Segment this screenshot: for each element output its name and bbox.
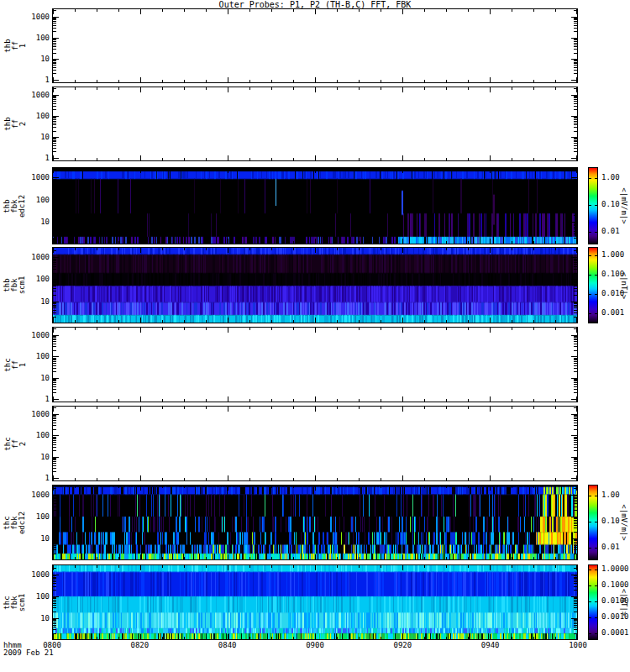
tick-mark	[162, 478, 163, 480]
tick-mark	[53, 386, 56, 387]
tick-mark	[249, 557, 250, 559]
tick-mark	[402, 155, 403, 160]
tick-mark	[184, 328, 185, 330]
tick-mark	[53, 281, 56, 282]
tick-mark	[574, 463, 577, 464]
panel-thb-ff-1: thb ff 1 1000100101	[0, 8, 630, 83]
tick-mark	[574, 151, 577, 152]
tick-mark	[140, 486, 141, 491]
tick-mark	[571, 356, 577, 357]
tick-mark	[424, 241, 425, 244]
tick-mark	[97, 407, 97, 409]
tick-mark	[249, 241, 250, 244]
tick-mark	[555, 486, 556, 488]
tick-mark	[206, 399, 207, 402]
tick-mark	[574, 458, 577, 459]
colorbar-tick-label: 0.1000	[601, 581, 629, 589]
tick-mark	[118, 320, 119, 323]
tick-mark	[53, 284, 56, 285]
tick-mark	[574, 543, 577, 544]
tick-mark	[53, 303, 56, 304]
tick-mark	[97, 320, 97, 323]
tick-mark	[249, 328, 250, 330]
tick-mark	[53, 603, 56, 604]
tick-mark	[574, 361, 577, 362]
tick-mark	[574, 415, 577, 416]
tick-mark	[162, 80, 163, 82]
y-tick-label: 1000	[14, 254, 50, 261]
tick-mark	[53, 39, 56, 40]
tick-mark	[574, 605, 577, 606]
tick-mark	[533, 637, 534, 639]
tick-mark	[315, 87, 316, 92]
tick-mark	[574, 179, 577, 180]
tick-mark	[53, 118, 56, 118]
y-tick-label: 1	[14, 475, 50, 482]
tick-mark	[53, 9, 54, 14]
tick-mark	[53, 440, 56, 441]
tick-mark	[75, 478, 76, 480]
tick-mark	[574, 193, 577, 194]
tick-mark	[595, 548, 597, 549]
tick-mark	[271, 407, 272, 409]
tick-mark	[574, 382, 577, 383]
tick-mark	[53, 97, 56, 98]
tick-mark	[53, 80, 59, 81]
tick-mark	[490, 155, 491, 160]
colorbar-tick-label: 0.100	[601, 270, 624, 278]
tick-mark	[574, 62, 577, 63]
colorbar-tick-label: 1.0000	[601, 565, 629, 573]
tick-mark	[53, 435, 59, 436]
tick-mark	[574, 281, 577, 281]
tick-mark	[206, 407, 207, 409]
tick-mark	[589, 496, 591, 496]
tick-mark	[490, 634, 491, 639]
tick-mark	[53, 601, 56, 602]
y-tick-label: 100	[14, 593, 50, 601]
tick-mark	[140, 565, 141, 570]
tick-mark	[574, 586, 577, 587]
tick-mark	[574, 121, 577, 122]
tick-mark	[337, 241, 338, 244]
tick-mark	[53, 623, 56, 624]
tick-mark	[53, 577, 56, 578]
tick-mark	[293, 168, 294, 171]
tick-mark	[468, 637, 469, 639]
tick-mark	[574, 39, 577, 40]
tick-mark	[337, 320, 338, 323]
tick-mark	[53, 223, 56, 223]
tick-mark	[293, 486, 294, 488]
tick-mark	[249, 565, 250, 568]
tick-mark	[53, 461, 56, 462]
tick-mark	[53, 179, 56, 180]
tick-mark	[53, 65, 56, 66]
tick-mark	[574, 127, 577, 128]
tick-mark	[140, 77, 141, 82]
tick-mark	[206, 565, 207, 568]
tick-mark	[574, 73, 577, 74]
tick-mark	[468, 557, 469, 559]
tick-mark	[574, 503, 577, 504]
tick-mark	[574, 140, 577, 141]
tick-mark	[574, 468, 577, 469]
tick-mark	[589, 617, 591, 618]
tick-mark	[53, 123, 56, 123]
tick-mark	[574, 65, 577, 66]
tick-mark	[97, 478, 97, 480]
tick-mark	[140, 475, 141, 480]
tick-mark	[533, 486, 534, 488]
tick-mark	[162, 320, 163, 323]
tick-mark	[162, 248, 163, 250]
tick-mark	[381, 565, 381, 568]
tick-mark	[75, 565, 76, 568]
tick-mark	[315, 554, 316, 559]
tick-mark	[576, 396, 577, 402]
tick-mark	[576, 554, 577, 559]
tick-mark	[512, 637, 512, 639]
tick-mark	[574, 368, 577, 369]
tick-mark	[571, 177, 577, 178]
tick-mark	[574, 284, 577, 285]
tick-mark	[574, 417, 577, 418]
colorbar-unit: <|mV/m|>	[619, 167, 629, 244]
panel-thc-fbk-scm1: thc fbk scm1 100010010 <|nT|> 1.00000.10…	[0, 564, 630, 640]
